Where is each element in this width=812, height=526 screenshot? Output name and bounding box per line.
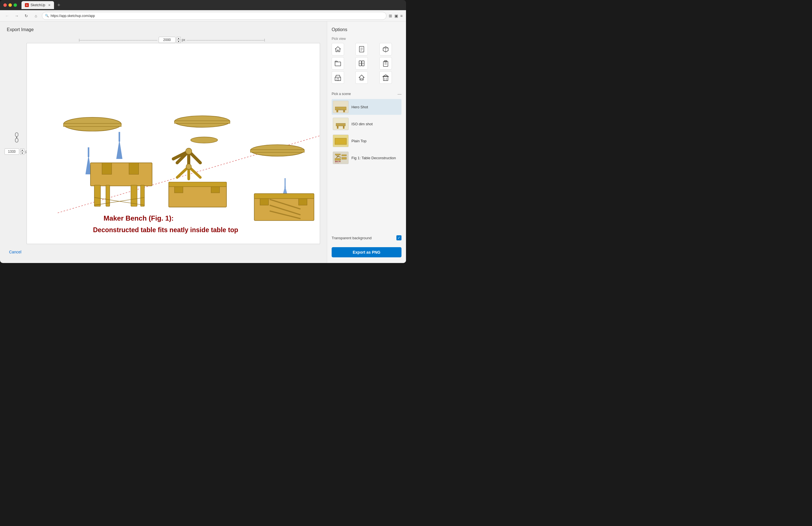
svg-rect-7 xyxy=(63,124,121,127)
svg-text:Maker Be: Maker Be xyxy=(335,161,341,162)
svg-rect-78 xyxy=(337,126,338,128)
scene-name-fig1: Fig 1: Table Deconstruction xyxy=(351,156,396,160)
width-input[interactable] xyxy=(159,37,176,43)
image-canvas: Maker Bench (Fig. 1): Deconstructed tabl… xyxy=(27,43,320,244)
view-icons-grid xyxy=(332,43,402,84)
svg-rect-0 xyxy=(15,133,18,137)
scene-thumb-iso xyxy=(333,118,349,130)
svg-rect-44 xyxy=(254,194,314,199)
svg-rect-1 xyxy=(15,138,18,142)
svg-marker-70 xyxy=(383,75,389,77)
tab-title: SketchUp xyxy=(30,3,45,7)
scene-name-plain: Plain Top xyxy=(351,139,366,143)
svg-rect-22 xyxy=(174,121,230,124)
scene-thumb-fig1: Maker Be Deconstr... xyxy=(333,152,349,164)
browser-window: S SketchUp ✕ + ← → ↻ ⌂ 🔍 https://app.ske… xyxy=(0,0,406,263)
view-icon-clipboard[interactable] xyxy=(379,57,392,70)
maximize-button[interactable] xyxy=(14,3,17,7)
canvas-col: Maker Bench (Fig. 1): Deconstructed tabl… xyxy=(27,43,320,244)
view-icon-building[interactable] xyxy=(379,71,392,84)
svg-rect-74 xyxy=(336,110,338,112)
width-up-button[interactable]: ▲ xyxy=(177,37,181,40)
scene-name-iso: ISO dim shot xyxy=(351,122,373,126)
svg-rect-57 xyxy=(335,62,341,66)
scene-thumb-hero xyxy=(333,101,349,113)
sidebar-icon[interactable]: ▣ xyxy=(394,14,398,18)
address-bar[interactable]: 🔍 https://app.sketchup.com/app xyxy=(42,12,387,20)
forward-button[interactable]: → xyxy=(13,12,20,19)
toolbar-right: ⊞ ▣ ≡ xyxy=(389,14,403,18)
view-icon-home2[interactable] xyxy=(356,71,368,84)
transparent-bg-checkbox[interactable]: ✓ xyxy=(396,235,402,240)
svg-rect-68 xyxy=(361,78,362,80)
view-icon-shop[interactable] xyxy=(332,71,344,84)
bookmarks-icon[interactable]: ⊞ xyxy=(389,14,392,18)
main-panel: Export Image |————————————————————————— … xyxy=(0,22,327,263)
width-stepper[interactable]: ▲ ▼ xyxy=(177,37,181,43)
svg-rect-36 xyxy=(169,182,227,187)
scene-item-iso[interactable]: ISO dim shot xyxy=(332,116,402,132)
svg-rect-12 xyxy=(90,163,152,186)
height-control-col: ▲ ▼ px xyxy=(7,43,27,244)
menu-icon[interactable]: ≡ xyxy=(400,14,403,18)
close-button[interactable] xyxy=(3,3,7,7)
height-control-group: ▲ ▼ px xyxy=(4,148,29,155)
view-icon-folder[interactable] xyxy=(332,57,344,70)
svg-point-32 xyxy=(186,164,191,169)
transparent-bg-label: Transparent background xyxy=(332,236,372,240)
svg-text:Deconstructed table fits neatl: Deconstructed table fits neatly inside t… xyxy=(93,226,238,233)
view-icon-book[interactable] xyxy=(356,57,368,70)
sketchup-tab-icon: S xyxy=(25,3,29,7)
scene-name-hero: Hero Shot xyxy=(351,105,368,109)
svg-rect-15 xyxy=(95,185,101,207)
height-down-button[interactable]: ▼ xyxy=(20,152,24,155)
options-panel: Options Pick view xyxy=(327,22,406,263)
svg-rect-67 xyxy=(337,78,339,81)
view-icon-page[interactable] xyxy=(356,43,368,55)
reload-button[interactable]: ↻ xyxy=(23,12,30,19)
scene-item-plain[interactable]: Plain Top xyxy=(332,133,402,149)
svg-rect-66 xyxy=(335,77,341,81)
export-png-button[interactable]: Export as PNG xyxy=(332,247,402,257)
scene-thumb-plain xyxy=(333,134,349,147)
height-input[interactable] xyxy=(4,148,19,155)
height-up-button[interactable]: ▲ xyxy=(20,148,24,152)
minimize-button[interactable] xyxy=(9,3,12,7)
height-stepper[interactable]: ▲ ▼ xyxy=(20,148,24,155)
svg-rect-87 xyxy=(342,155,347,156)
svg-rect-18 xyxy=(141,185,144,207)
traffic-lights xyxy=(3,3,17,7)
svg-rect-13 xyxy=(102,163,112,174)
content-area: Export Image |————————————————————————— … xyxy=(0,22,406,263)
svg-text:Maker Bench (Fig. 1):: Maker Bench (Fig. 1): xyxy=(103,214,174,222)
pick-scene-label: Pick a scene xyxy=(332,92,351,96)
cancel-button[interactable]: Cancel xyxy=(7,248,24,255)
back-button[interactable]: ← xyxy=(3,12,11,19)
view-icon-house[interactable] xyxy=(332,43,344,55)
svg-rect-38 xyxy=(250,150,304,153)
scenes-header: Pick a scene — xyxy=(332,91,402,96)
svg-point-3 xyxy=(16,137,17,138)
view-icon-cube[interactable] xyxy=(379,43,392,55)
width-down-button[interactable]: ▼ xyxy=(177,40,181,43)
scene-item-fig1[interactable]: Maker Be Deconstr... Fig 1: Table Decons… xyxy=(332,150,402,166)
aspect-ratio-link-icon xyxy=(14,132,19,143)
scene-item-hero[interactable]: Hero Shot xyxy=(332,99,402,115)
active-tab[interactable]: S SketchUp ✕ xyxy=(21,1,54,9)
pick-view-section: Pick view xyxy=(332,37,402,87)
collapse-icon[interactable]: — xyxy=(397,91,402,96)
tab-close-icon[interactable]: ✕ xyxy=(48,3,50,7)
svg-point-28 xyxy=(186,148,192,154)
home-button[interactable]: ⌂ xyxy=(32,12,40,19)
svg-rect-77 xyxy=(336,123,345,126)
url-text: https://app.sketchup.com/app xyxy=(50,14,95,18)
new-tab-button[interactable]: + xyxy=(56,2,62,8)
scenes-section: Pick a scene — Hero Shot xyxy=(332,91,402,228)
svg-point-23 xyxy=(191,137,217,143)
canvas-row: ▲ ▼ px xyxy=(7,43,320,244)
svg-rect-88 xyxy=(342,157,347,159)
transparent-bg-row: Transparent background ✓ xyxy=(332,235,402,240)
width-row: |————————————————————————— ▲ ▼ px ——————… xyxy=(15,37,329,43)
svg-rect-79 xyxy=(343,126,344,128)
svg-rect-86 xyxy=(335,158,341,160)
